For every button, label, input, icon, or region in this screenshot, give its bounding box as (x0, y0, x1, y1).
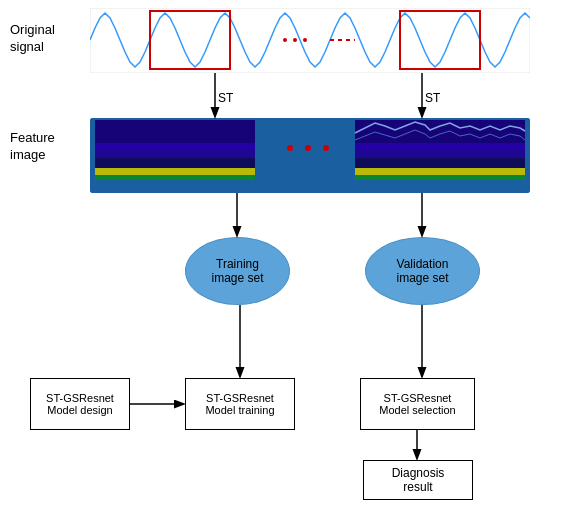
svg-rect-0 (90, 8, 530, 73)
model-design-box: ST-GSResnet Model design (30, 378, 130, 430)
model-design-label: ST-GSResnet Model design (46, 392, 114, 416)
st-right-label: ST (425, 91, 441, 105)
signal-svg (90, 8, 530, 73)
feature-image (90, 118, 530, 193)
validation-image-set-label: Validation image set (396, 257, 448, 285)
validation-image-set-oval: Validation image set (365, 237, 480, 305)
svg-rect-15 (355, 143, 525, 158)
model-training-box: ST-GSResnet Model training (185, 378, 295, 430)
st-left-label: ST (218, 91, 234, 105)
svg-rect-16 (355, 168, 525, 175)
original-signal-label: Originalsignal (10, 22, 55, 56)
diagnosis-result-label: Diagnosis result (392, 466, 445, 494)
svg-point-19 (305, 145, 311, 151)
training-image-set-oval: Training image set (185, 237, 290, 305)
svg-rect-11 (95, 168, 255, 175)
model-training-label: ST-GSResnet Model training (205, 392, 274, 416)
svg-point-4 (283, 38, 287, 42)
model-selection-label: ST-GSResnet Model selection (379, 392, 455, 416)
svg-point-18 (287, 145, 293, 151)
svg-point-6 (303, 38, 307, 42)
model-selection-box: ST-GSResnet Model selection (360, 378, 475, 430)
arrows-overlay: ST ST (0, 0, 580, 518)
training-image-set-label: Training image set (211, 257, 263, 285)
diagram: Originalsignal Featureimage (0, 0, 580, 518)
svg-point-20 (323, 145, 329, 151)
svg-rect-12 (95, 175, 255, 180)
svg-rect-10 (95, 143, 255, 158)
svg-point-5 (293, 38, 297, 42)
svg-rect-17 (355, 175, 525, 180)
diagnosis-result-box: Diagnosis result (363, 460, 473, 500)
feature-image-label: Featureimage (10, 130, 55, 164)
